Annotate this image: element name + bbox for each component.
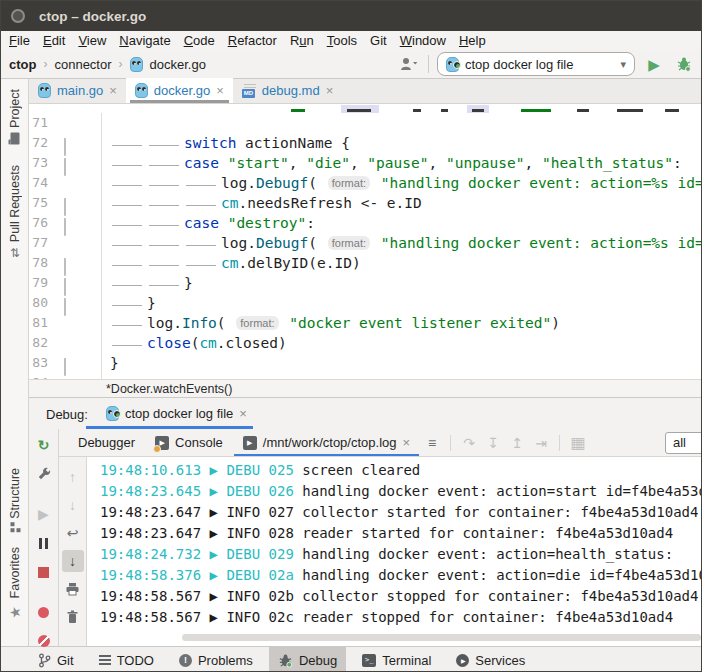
soft-wrap-icon[interactable]: ↩ [62,522,84,544]
code-token: } [147,295,156,311]
clear-icon[interactable] [62,606,84,628]
menu-edit[interactable]: Edit [43,33,65,48]
step-out-icon[interactable]: ↥ [506,432,528,454]
menu-code[interactable]: Code [184,33,215,48]
code-token [219,215,228,231]
resume-icon[interactable]: ▶ [33,503,55,525]
editor-breadcrumb-bar: *Docker.watchEvents() [29,379,701,398]
step-over-icon[interactable]: ↷ [458,432,480,454]
menu-tools[interactable]: Tools [327,33,357,48]
sidebar-item-project[interactable]: Project [8,89,22,143]
debug-tab-label: Debugger [78,435,135,450]
sidebar-item-favorites[interactable]: ★Favorites [7,547,23,620]
fold-slot [64,317,76,329]
breadcrumb-item[interactable]: connector [54,57,111,72]
debug-session-tab[interactable]: ctop docker log file × [100,398,253,429]
print-icon[interactable] [62,578,84,600]
log-message: handling docker event: action=health_sta… [302,546,673,562]
code-line-text: cm.delByID(e.ID) [102,253,361,273]
menu-navigate[interactable]: Navigate [119,33,170,48]
horizontal-scrollbar[interactable] [182,634,701,641]
run-button[interactable]: ▶ [643,53,665,75]
run-configuration-select[interactable]: ctop docker log file ▾ [437,52,635,76]
evaluate-icon[interactable]: ▦ [567,432,589,454]
debug-button[interactable] [673,53,695,75]
step-into-icon[interactable]: ↧ [482,432,504,454]
status-item-git[interactable]: Git [29,647,83,672]
code-line-text: log.Debugf( format: "handling docker eve… [102,173,701,193]
breadcrumb-item[interactable]: ctop [9,57,36,72]
code-line: 76case "destroy": [29,213,701,233]
status-item-todo[interactable]: TODO [90,647,163,672]
editor-tab-label: debug.md [262,83,320,98]
menu-file[interactable]: File [9,33,30,48]
close-icon[interactable]: × [216,83,224,98]
code-token: ) [551,315,560,331]
code-line-text: } [102,293,156,313]
run-to-cursor-icon[interactable]: ⇥ [530,432,552,454]
pause-icon[interactable] [33,532,55,554]
sidebar-item-structure[interactable]: Structure [8,468,22,533]
scroll-up-icon[interactable]: ↑ [62,466,84,488]
fold-slot [64,157,76,169]
status-item-problems[interactable]: !Problems [170,647,262,672]
close-icon[interactable]: × [239,406,247,421]
menu-view[interactable]: View [78,33,106,48]
settings-icon[interactable] [33,463,55,485]
log-filter-select[interactable]: all [665,432,701,454]
close-icon[interactable]: × [402,435,410,450]
debug-tab--mnt-work-ctop-ctop-log[interactable]: ▶/mnt/work/ctop/ctop.log× [234,429,419,457]
log-message: screen cleared [302,462,420,478]
editor-breadcrumb-item[interactable]: *Docker.watchEvents() [106,382,232,396]
editor-tab-main-go[interactable]: main.go× [29,78,126,103]
code-token: case [184,155,219,171]
log-message: handling docker event: action=die id=f4b… [302,567,701,583]
menu-git[interactable]: Git [370,33,387,48]
rerun-icon[interactable]: ↻ [33,434,55,456]
tab-whitespace-icon [147,217,184,231]
log-line: 19:48:58.376 ▶ DEBU 02a handling docker … [100,565,701,586]
menu-help[interactable]: Help [459,33,486,48]
code-editor[interactable]: 7172switch actionName {73case "start", "… [29,113,701,379]
code-line: 74log.Debugf( format: "handling docker e… [29,173,701,193]
menu-run[interactable]: Run [290,33,314,48]
code-token: case [184,215,219,231]
breadcrumb-item[interactable]: docker.go [150,57,206,72]
status-item-services[interactable]: ▶Services [447,647,534,672]
log-meta: 19:48:10.613 ▶ DEBU 025 [100,462,302,478]
terminal-icon: >_ [362,654,376,667]
tab-whitespace-icon [184,237,221,251]
debug-tab-console[interactable]: ▶Console [146,429,232,457]
window-button[interactable] [11,9,25,23]
chevron-right-icon: › [43,57,47,71]
code-token: , [289,155,306,171]
scroll-down-icon[interactable]: ↓ [62,494,84,516]
user-profile-icon[interactable] [398,53,420,75]
scroll-to-end-icon[interactable]: ↓ [62,550,84,572]
sidebar-item-pull-requests[interactable]: ⇅Pull Requests [8,165,22,258]
debug-tab-debugger[interactable]: Debugger [69,429,144,457]
log-output[interactable]: 19:48:10.613 ▶ DEBU 025 screen cleared19… [87,457,701,646]
debug-body: ↻▶» Debugger▶Console▶/mnt/work/ctop/ctop… [29,429,701,646]
close-icon[interactable]: × [109,83,117,98]
code-line-text: log.Info( format: "docker event listener… [102,313,560,333]
code-token: , [525,155,542,171]
menu-window[interactable]: Window [400,33,446,48]
menu-refactor[interactable]: Refactor [228,33,277,48]
fold-slot [64,197,76,209]
view-breakpoints-icon[interactable] [33,601,55,623]
code-token: close [147,335,191,351]
status-item-debug[interactable]: Debug [269,647,346,672]
sidebar-item-label: Structure [8,468,22,519]
go-file-icon [135,83,148,98]
editor-tab-debug-md[interactable]: debug.md× [233,78,342,103]
status-item-terminal[interactable]: >_Terminal [353,647,440,672]
close-icon[interactable]: × [326,83,334,98]
editor-tab-docker-go[interactable]: docker.go× [126,78,233,103]
code-token: "pause" [367,155,428,171]
md-file-icon [242,84,256,98]
code-token: log. [221,175,256,191]
stop-icon[interactable] [33,561,55,583]
line-number: 75 [29,193,48,213]
hamburger-icon[interactable]: ≡ [421,432,443,454]
